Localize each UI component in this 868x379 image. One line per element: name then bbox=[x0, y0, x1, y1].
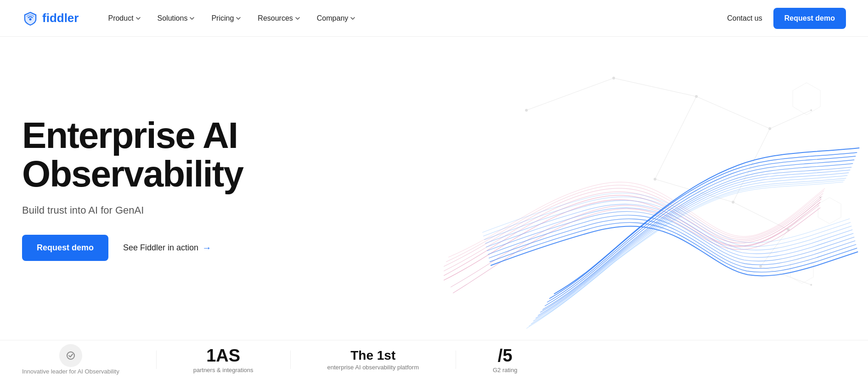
nav-pricing-label: Pricing bbox=[211, 14, 234, 23]
hero-subheadline: Build trust into AI for GenAI bbox=[22, 204, 243, 216]
logo-text: fiddler bbox=[42, 11, 79, 25]
chevron-down-icon bbox=[350, 16, 355, 21]
bottom-stat-2: 1AS partners & integrations bbox=[193, 346, 254, 373]
nav-links: Product Solutions Pricing Resources Comp… bbox=[101, 11, 727, 26]
bottom-label-1: Innovative leader for AI Observability bbox=[22, 368, 119, 375]
see-fiddler-in-action-link[interactable]: See Fiddler in action → bbox=[123, 243, 211, 253]
svg-line-16 bbox=[655, 96, 696, 179]
svg-line-12 bbox=[526, 78, 614, 110]
bottom-bar: Innovative leader for AI Observability 1… bbox=[0, 340, 868, 379]
chevron-down-icon bbox=[236, 16, 241, 21]
svg-marker-24 bbox=[818, 198, 841, 224]
nav-item-company[interactable]: Company bbox=[310, 11, 363, 26]
hero-visualization bbox=[322, 37, 868, 340]
hero-headline: Enterprise AI Observability bbox=[22, 116, 243, 193]
stat-label-4: G2 rating bbox=[493, 367, 517, 373]
chevron-down-icon bbox=[189, 16, 195, 21]
nav-right: Contact us Request demo bbox=[727, 8, 846, 29]
hero-content: Enterprise AI Observability Build trust … bbox=[22, 37, 243, 340]
nav-item-pricing[interactable]: Pricing bbox=[204, 11, 248, 26]
stat-label-2: partners & integrations bbox=[193, 367, 254, 373]
chevron-down-icon bbox=[135, 16, 141, 21]
request-demo-button-hero[interactable]: Request demo bbox=[22, 235, 108, 261]
arrow-right-icon: → bbox=[202, 243, 211, 253]
nav-product-label: Product bbox=[108, 14, 133, 23]
bottom-stat-1: Innovative leader for AI Observability bbox=[22, 344, 119, 375]
nav-resources-label: Resources bbox=[258, 14, 293, 23]
bottom-stat-3: The 1st enterprise AI observability plat… bbox=[327, 348, 419, 371]
see-action-text: See Fiddler in action bbox=[123, 243, 198, 253]
navbar: fiddler Product Solutions Pricing Resour… bbox=[0, 0, 868, 37]
stat-number-3: The 1st bbox=[350, 348, 395, 363]
svg-line-13 bbox=[614, 78, 696, 96]
fiddler-logo-icon bbox=[22, 10, 39, 27]
request-demo-button-nav[interactable]: Request demo bbox=[773, 8, 846, 29]
nav-item-solutions[interactable]: Solutions bbox=[150, 11, 203, 26]
stat-number-4: /5 bbox=[498, 346, 513, 366]
svg-line-15 bbox=[770, 110, 811, 129]
bottom-icon-1 bbox=[59, 344, 82, 367]
hero-headline-line2: Observability bbox=[22, 153, 243, 194]
hero-actions: Request demo See Fiddler in action → bbox=[22, 235, 243, 261]
svg-line-14 bbox=[696, 96, 770, 129]
icon-circle-svg bbox=[65, 350, 76, 361]
svg-point-0 bbox=[29, 18, 32, 20]
stat-number-2: 1AS bbox=[206, 346, 240, 366]
svg-marker-23 bbox=[793, 83, 820, 115]
logo-link[interactable]: fiddler bbox=[22, 10, 79, 27]
divider bbox=[156, 351, 157, 369]
svg-line-18 bbox=[733, 202, 788, 230]
nav-item-resources[interactable]: Resources bbox=[250, 11, 307, 26]
divider bbox=[456, 351, 456, 369]
svg-marker-25 bbox=[790, 257, 813, 283]
nav-company-label: Company bbox=[317, 14, 348, 23]
nav-solutions-label: Solutions bbox=[158, 14, 188, 23]
divider bbox=[290, 351, 291, 369]
hero-wave-svg bbox=[322, 37, 868, 340]
stat-label-3: enterprise AI observability platform bbox=[327, 364, 419, 371]
svg-point-26 bbox=[67, 352, 74, 359]
chevron-down-icon bbox=[295, 16, 300, 21]
nav-item-product[interactable]: Product bbox=[101, 11, 148, 26]
bottom-stat-4: /5 G2 rating bbox=[493, 346, 517, 373]
hero-headline-line1: Enterprise AI bbox=[22, 115, 237, 156]
hero-section: Enterprise AI Observability Build trust … bbox=[0, 37, 868, 340]
contact-us-link[interactable]: Contact us bbox=[727, 14, 762, 23]
